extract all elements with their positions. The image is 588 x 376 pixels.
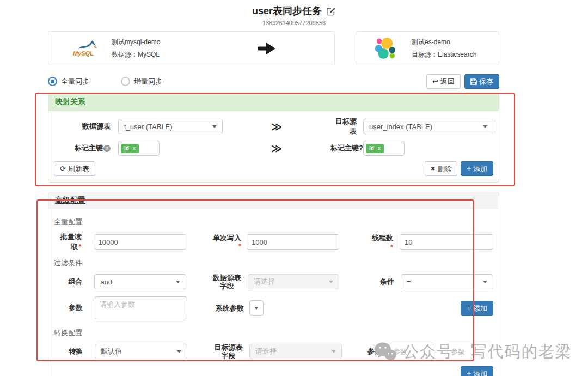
param-label: 参数: [54, 303, 95, 313]
source-pk-label: 标记主键: [75, 144, 103, 152]
sync-task-page: user表同步任务 1389261409577209856 MySQL 测试my…: [0, 0, 588, 376]
refresh-icon: ⟳: [60, 165, 66, 172]
mysql-logo-icon: MySQL: [68, 39, 102, 58]
caret-down-icon: [483, 125, 487, 128]
target-type-label: 目标源：: [412, 51, 438, 58]
task-id: 1389261409577209856: [0, 20, 588, 26]
caret-down-icon: [483, 281, 487, 283]
single-write-input[interactable]: [247, 234, 339, 250]
caret-down-icon: [254, 307, 259, 310]
back-arrow-icon: ↩: [432, 78, 438, 85]
source-type-label: 数据源：: [112, 51, 138, 58]
transform-param1-input[interactable]: [388, 344, 434, 359]
source-card: MySQL 测试mysql-demo 数据源：MySQL: [48, 31, 335, 65]
radio-full-sync[interactable]: 全量同步: [48, 77, 89, 87]
map-chevrons-icon: ≫: [271, 120, 282, 133]
remove-tag-icon[interactable]: x: [133, 145, 136, 151]
target-card: 测试es-demo 目标源：Elasticsearch: [356, 31, 499, 65]
filter-param-input[interactable]: [95, 296, 187, 319]
source-pk-tag: idx: [121, 144, 139, 153]
page-title: user表同步任务: [252, 4, 322, 17]
transform-label: 转换: [54, 347, 95, 356]
source-pk-tag-input[interactable]: idx: [118, 141, 160, 156]
add-filter-button[interactable]: +添加: [461, 301, 493, 316]
advanced-title: 高级配置: [55, 196, 85, 204]
filter-section-label: 过滤条件: [54, 258, 493, 268]
target-name: 测试es-demo: [412, 39, 476, 46]
target-type-value: Elasticsearch: [438, 51, 476, 58]
source-type-value: MySQL: [138, 51, 160, 58]
sync-mode-row: 全量同步 增量同步 ↩返回 保存: [48, 74, 499, 89]
combine-select[interactable]: and: [94, 274, 186, 289]
map-chevrons-icon: ≫: [271, 142, 282, 155]
batch-read-label: 批量读取: [60, 233, 82, 251]
transform-param-label: 参数: [358, 347, 388, 356]
sync-direction-arrow-icon: [258, 41, 277, 56]
elasticsearch-logo-icon: [368, 37, 402, 60]
mapping-panel-header: 映射关系: [48, 93, 499, 111]
transform-param2-input[interactable]: [446, 344, 493, 359]
source-table-select[interactable]: t_user (TABLE): [118, 119, 223, 134]
radio-full-sync-control[interactable]: [48, 77, 57, 86]
radio-incremental-sync-control[interactable]: [121, 77, 130, 86]
target-table-label: 目标源表: [330, 117, 363, 136]
source-field-select[interactable]: 请选择: [248, 274, 339, 289]
radio-incremental-sync[interactable]: 增量同步: [121, 77, 162, 87]
full-config-section-label: 全量配置: [54, 217, 493, 227]
source-table-label: 数据源表: [54, 122, 118, 131]
source-info: 测试mysql-demo 数据源：MySQL: [112, 39, 160, 58]
target-info: 测试es-demo 目标源：Elasticsearch: [412, 39, 476, 58]
combine-label: 组合: [54, 277, 94, 287]
caret-down-icon: [212, 125, 217, 128]
radio-incremental-sync-label: 增量同步: [134, 77, 162, 87]
caret-down-icon: [176, 281, 180, 283]
target-table-select[interactable]: user_index (TABLE): [363, 119, 493, 134]
sys-param-select[interactable]: [249, 300, 264, 316]
filter-param-row: 参数 系统参数 +添加: [54, 296, 493, 319]
edit-title-icon[interactable]: [326, 6, 336, 16]
target-pk-tag: idx: [366, 144, 384, 153]
caret-down-icon: [177, 350, 181, 353]
svg-text:MySQL: MySQL: [73, 50, 94, 57]
remove-tag-icon[interactable]: x: [378, 145, 381, 151]
save-button[interactable]: 保存: [464, 74, 499, 89]
delete-mapping-button[interactable]: ✖删除: [425, 161, 457, 176]
target-pk-label: 标记主键: [330, 144, 359, 152]
batch-read-input[interactable]: [94, 234, 186, 250]
add-mapping-button[interactable]: +添加: [461, 161, 493, 176]
source-field-label: 数据源表字段: [212, 274, 248, 290]
advanced-config-panel: 高级配置 全量配置 批量读取* 单次写入* 线程数* 过滤条件 组合 and 数…: [48, 192, 499, 376]
page-header: user表同步任务 1389261409577209856: [0, 0, 588, 26]
table-mapping-row: 数据源表 t_user (TABLE) ≫ 目标源表 user_index (T…: [54, 117, 493, 136]
full-config-row: 批量读取* 单次写入* 线程数*: [54, 232, 493, 252]
delete-x-icon: ✖: [431, 166, 435, 172]
plus-icon: +: [467, 370, 471, 376]
help-icon[interactable]: ?: [359, 144, 363, 152]
transform-select[interactable]: 默认值: [95, 344, 187, 359]
add-transform-button[interactable]: +添加: [461, 366, 493, 376]
caret-down-icon: [329, 281, 333, 283]
plus-icon: +: [467, 305, 471, 312]
back-button[interactable]: ↩返回: [426, 74, 461, 89]
advanced-panel-header: 高级配置: [48, 192, 499, 209]
help-icon[interactable]: ?: [103, 145, 111, 152]
condition-select[interactable]: =: [401, 274, 493, 289]
thread-count-input[interactable]: [400, 234, 493, 250]
radio-full-sync-label: 全量同步: [61, 77, 89, 87]
condition-label: 条件: [369, 277, 400, 287]
transform-config-row: 转换 默认值 目标源表字段 请选择 参数: [54, 343, 493, 360]
transform-section-label: 转换配置: [54, 328, 493, 338]
target-field-label: 目标源表字段: [213, 343, 249, 360]
filter-config-row: 组合 and 数据源表字段 请选择 条件 =: [54, 274, 493, 290]
thread-count-label: 线程数: [372, 234, 393, 242]
target-field-select[interactable]: 请选择: [249, 344, 342, 359]
mapping-title: 映射关系: [55, 97, 85, 106]
refresh-tables-button[interactable]: ⟳刷新表: [54, 161, 95, 176]
caret-down-icon: [332, 350, 336, 353]
pk-mapping-row: 标记主键? idx ≫ 标记主键? idx: [54, 141, 493, 156]
target-pk-tag-input[interactable]: idx: [363, 141, 405, 156]
sys-param-label: 系统参数: [213, 304, 249, 312]
connection-row: MySQL 测试mysql-demo 数据源：MySQL: [48, 31, 499, 65]
source-name: 测试mysql-demo: [112, 39, 160, 46]
plus-icon: +: [467, 165, 471, 172]
